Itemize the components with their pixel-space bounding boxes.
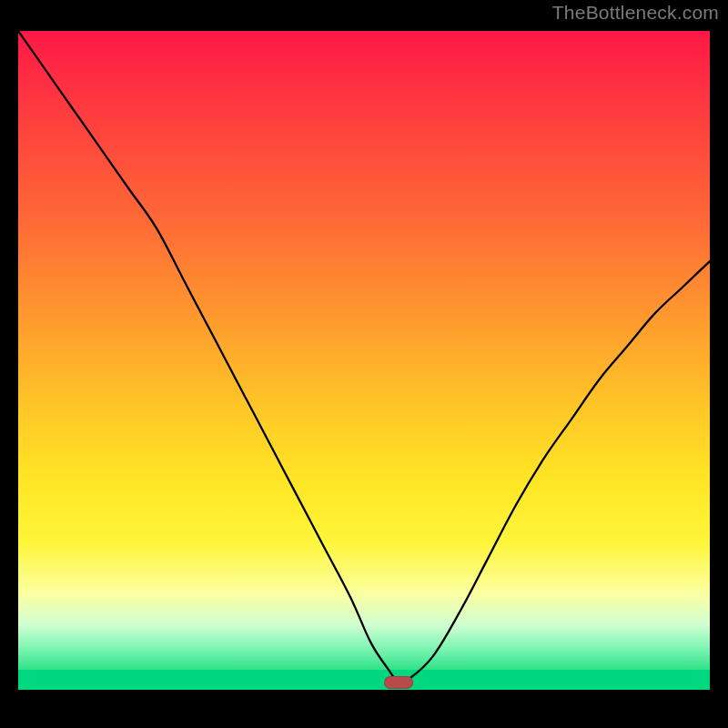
chart-stage: TheBottleneck.com (0, 0, 728, 728)
plot-area (18, 18, 710, 710)
sweet-spot-marker (384, 676, 413, 689)
bottleneck-curve (18, 18, 710, 710)
